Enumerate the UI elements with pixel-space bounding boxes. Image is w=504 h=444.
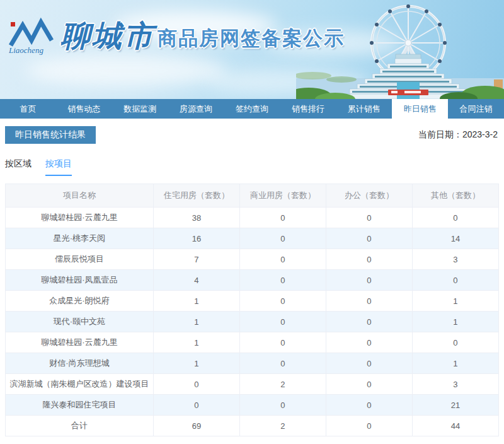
table-cell: 0	[326, 332, 412, 353]
table-cell: 7	[153, 249, 239, 270]
table-cell: 21	[412, 395, 498, 416]
col-header-office: 办公（套数）	[326, 184, 412, 207]
current-date-label: 当前日期：	[418, 129, 462, 139]
project-name-cell: 众成星光·朗悦府	[6, 291, 154, 312]
table-cell: 0	[326, 374, 412, 395]
table-row: 聊城碧桂园·云麓九里 1 0 0 0	[6, 332, 499, 353]
col-header-project-name: 项目名称	[6, 184, 154, 207]
logo-text: Liaocheng	[8, 45, 43, 55]
table-row: 聊城碧桂园·云麓九里 38 0 0 0	[6, 207, 499, 228]
table-cell: 1	[412, 291, 498, 312]
table-cell: 0	[326, 249, 412, 270]
table-row: 众成星光·朗悦府 1 0 0 1	[6, 291, 499, 312]
table-cell: 0	[412, 332, 498, 353]
table-cell: 0	[326, 416, 412, 436]
table-cell: 1	[412, 312, 498, 332]
table-cell: 0	[239, 228, 326, 249]
nav-item-home[interactable]: 首页	[0, 99, 56, 119]
table-cell: 0	[239, 332, 326, 353]
project-name-cell: 聊城碧桂园·云麓九里	[6, 332, 154, 353]
table-cell: 0	[412, 207, 498, 228]
city-name: 聊城市	[60, 21, 155, 56]
table-cell: 0	[326, 228, 412, 249]
project-name-cell: 财信·尚东理想城	[6, 353, 154, 374]
sales-table: 项目名称 住宅用房（套数） 商业用房（套数） 办公（套数） 其他（套数） 聊城碧…	[5, 184, 499, 436]
city-logo: Liaocheng	[8, 16, 59, 56]
table-cell: 0	[239, 353, 326, 374]
table-cell: 1	[153, 353, 239, 374]
table-cell: 1	[153, 312, 239, 332]
nav-item-yesterday-sales[interactable]: 昨日销售	[392, 99, 448, 119]
table-cell: 1	[412, 353, 498, 374]
table-cell: 0	[326, 395, 412, 416]
table-total-row: 合计 69 2 0 44	[6, 416, 499, 436]
table-cell: 2	[239, 374, 326, 395]
main-nav: 首页 销售动态 数据监测 房源查询 签约查询 销售排行 累计销售 昨日销售 合同…	[0, 99, 504, 119]
banner-title: 商品房网签备案公示	[158, 28, 345, 56]
current-date: 当前日期：2023-3-2	[418, 129, 499, 141]
project-name-cell: 隆兴泰和园住宅项目	[6, 395, 154, 416]
main-content: 昨日销售统计结果 当前日期：2023-3-2 按区域 按项目 项目名称 住宅用房…	[0, 119, 504, 436]
nav-item-contract-query[interactable]: 签约查询	[224, 99, 280, 119]
project-name-cell: 聊城碧桂园·云麓九里	[6, 207, 154, 228]
table-cell: 0	[326, 312, 412, 332]
table-cell: 0	[326, 291, 412, 312]
site-banner: Liaocheng 聊城市 商品房网签备案公示	[0, 0, 504, 99]
project-name-cell: 滨湖新城（南朱棚户区改造）建设项目	[6, 374, 154, 395]
table-row: 儒辰辰悦项目 7 0 0 3	[6, 249, 499, 270]
table-cell: 0	[239, 395, 326, 416]
table-cell: 0	[239, 312, 326, 332]
col-header-residential: 住宅用房（套数）	[153, 184, 239, 207]
table-cell: 0	[326, 353, 412, 374]
nav-item-sales-ranking[interactable]: 销售排行	[280, 99, 336, 119]
table-cell: 14	[412, 228, 498, 249]
total-label-cell: 合计	[6, 416, 154, 436]
nav-item-contract-cancellation[interactable]: 合同注销	[448, 99, 504, 119]
nav-item-data-monitoring[interactable]: 数据监测	[112, 99, 168, 119]
table-cell: 16	[153, 228, 239, 249]
table-row: 隆兴泰和园住宅项目 0 0 0 21	[6, 395, 499, 416]
project-name-cell: 儒辰辰悦项目	[6, 249, 154, 270]
table-cell: 38	[153, 207, 239, 228]
table-row: 星光·桃李天阅 16 0 0 14	[6, 228, 499, 249]
table-cell: 44	[412, 416, 498, 436]
col-header-other: 其他（套数）	[412, 184, 498, 207]
table-cell: 4	[153, 270, 239, 291]
tab-by-region[interactable]: 按区域	[5, 158, 32, 176]
site-brand: Liaocheng 聊城市 商品房网签备案公示	[8, 16, 345, 56]
table-cell: 0	[326, 207, 412, 228]
table-row: 聊城碧桂园·凤凰壹品 4 0 0 0	[6, 270, 499, 291]
table-cell: 0	[239, 249, 326, 270]
project-name-cell: 星光·桃李天阅	[6, 228, 154, 249]
project-name-cell: 现代·颐中文苑	[6, 312, 154, 332]
table-cell: 69	[153, 416, 239, 436]
table-cell: 1	[153, 291, 239, 312]
col-header-commercial: 商业用房（套数）	[239, 184, 326, 207]
table-row: 财信·尚东理想城 1 0 0 1	[6, 353, 499, 374]
table-cell: 0	[239, 207, 326, 228]
view-tabs: 按区域 按项目	[5, 158, 499, 176]
nav-item-listing-query[interactable]: 房源查询	[168, 99, 224, 119]
current-date-value: 2023-3-2	[462, 129, 498, 139]
nav-item-sales-dynamics[interactable]: 销售动态	[56, 99, 112, 119]
table-cell: 3	[412, 374, 498, 395]
table-row: 现代·颐中文苑 1 0 0 1	[6, 312, 499, 332]
table-cell: 0	[412, 270, 498, 291]
tab-by-project[interactable]: 按项目	[45, 158, 72, 176]
cloud-decoration	[25, 54, 227, 87]
table-cell: 0	[153, 374, 239, 395]
table-cell: 1	[153, 332, 239, 353]
table-cell: 2	[239, 416, 326, 436]
table-cell: 0	[239, 291, 326, 312]
table-cell: 0	[326, 270, 412, 291]
table-row: 滨湖新城（南朱棚户区改造）建设项目 0 2 0 3	[6, 374, 499, 395]
table-cell: 0	[239, 270, 326, 291]
project-name-cell: 聊城碧桂园·凤凰壹品	[6, 270, 154, 291]
table-header-row: 项目名称 住宅用房（套数） 商业用房（套数） 办公（套数） 其他（套数）	[6, 184, 499, 207]
table-cell: 0	[153, 395, 239, 416]
section-title: 昨日销售统计结果	[5, 126, 96, 144]
table-cell: 3	[412, 249, 498, 270]
nav-item-cumulative-sales[interactable]: 累计销售	[336, 99, 392, 119]
